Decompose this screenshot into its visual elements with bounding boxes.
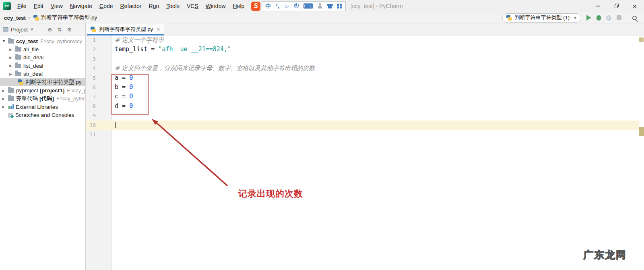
minimize-icon xyxy=(596,6,600,6)
python-file-icon xyxy=(91,27,96,32)
collapsed-arrow-icon[interactable]: ▶ xyxy=(9,72,15,76)
menu-code[interactable]: Code xyxy=(96,3,116,9)
tree-item-str-deal[interactable]: ▶ str_deal xyxy=(0,70,85,78)
tree-item-complete-code[interactable]: ▶ 完整代码 [代码] F:\ccy_python xyxy=(0,95,85,103)
menu-view[interactable]: View xyxy=(47,3,66,9)
folder-icon xyxy=(15,55,21,60)
tab-active-file[interactable]: 判断字符串字符类型.py × xyxy=(87,23,164,35)
code-line: 8d = 0 xyxy=(86,102,644,111)
restore-button[interactable] xyxy=(607,0,625,12)
menu-refactor[interactable]: Refactor xyxy=(117,3,145,9)
collapsed-arrow-icon[interactable]: ▶ xyxy=(9,64,15,68)
libraries-icon xyxy=(8,104,14,109)
project-tree: ▼ ccy_test F:\ccy_python\ccy_t ▶ all_fil… xyxy=(0,35,85,119)
emoji-icon[interactable]: ☺ xyxy=(284,3,289,9)
scratches-icon xyxy=(8,113,13,118)
menu-window[interactable]: Window xyxy=(202,3,229,9)
chinese-mode-icon[interactable]: 中 xyxy=(265,3,271,9)
main-area: Project ▼ ⊕ ⇅ ⚙ — ▼ ccy_test F:\ccy_pyth… xyxy=(0,23,644,270)
menu-navigate[interactable]: Navigate xyxy=(66,3,96,9)
tree-item-selected-file[interactable]: 判断字符串字符类型.py xyxy=(0,78,85,86)
pycharm-logo-text: PC xyxy=(4,4,9,8)
code-line: 7c = 0 xyxy=(86,92,644,101)
project-panel: Project ▼ ⊕ ⇅ ⚙ — ▼ ccy_test F:\ccy_pyth… xyxy=(0,23,86,270)
code-line: 3 xyxy=(86,54,644,64)
menu-tools[interactable]: Tools xyxy=(163,3,183,9)
expanded-arrow-icon[interactable]: ▼ xyxy=(2,39,8,43)
gear-icon[interactable]: ⚙ xyxy=(67,27,72,32)
folder-icon xyxy=(15,64,21,68)
code-line: 11 xyxy=(86,130,644,139)
collapsed-arrow-icon[interactable]: ▶ xyxy=(2,89,8,93)
restore-icon xyxy=(615,4,618,8)
ime-toolbar: S 中 °, ☺ ⌨ xyxy=(251,1,345,11)
text-cursor xyxy=(115,122,116,128)
chevron-down-icon: ▼ xyxy=(573,16,577,20)
code-line: 6b = 0 xyxy=(86,83,644,92)
navigation-bar: ccy_test › 判断字符串字符类型.py 判断字符串字符类型 (1) ▼ xyxy=(0,12,644,23)
tab-close-icon[interactable]: × xyxy=(157,26,160,33)
coverage-button[interactable] xyxy=(606,15,611,21)
tree-item-all-file[interactable]: ▶ all_file xyxy=(0,45,85,53)
title-bar: PC File Edit View Navigate Code Refactor… xyxy=(0,0,644,12)
project-panel-title[interactable]: Project xyxy=(11,27,28,33)
sogou-logo-icon[interactable]: S xyxy=(251,2,260,11)
menu-file[interactable]: File xyxy=(14,3,30,9)
run-config-select[interactable]: 判断字符串字符类型 (1) ▼ xyxy=(502,13,581,23)
run-toolbar: 判断字符串字符类型 (1) ▼ xyxy=(502,13,640,23)
tree-item-pyproject[interactable]: ▶ pyproject [project1] F:\ccy_p xyxy=(0,86,85,94)
hide-panel-icon[interactable]: — xyxy=(77,27,82,32)
folder-icon xyxy=(15,72,21,76)
collapsed-arrow-icon[interactable]: ▶ xyxy=(2,105,8,109)
menu-edit[interactable]: Edit xyxy=(30,3,47,9)
menu-help[interactable]: Help xyxy=(229,3,248,9)
ime-icon-strip: 中 °, ☺ ⌨ xyxy=(262,1,345,11)
user-mode-icon[interactable] xyxy=(318,3,322,9)
folder-icon xyxy=(8,88,14,93)
window-controls: × xyxy=(588,0,644,12)
keyboard-icon[interactable]: ⌨ xyxy=(303,3,313,10)
code-line-current: 10 xyxy=(86,120,644,130)
apps-grid-icon[interactable] xyxy=(337,4,342,8)
menu-run[interactable]: Run xyxy=(145,3,163,9)
menu-bar: File Edit View Navigate Code Refactor Ru… xyxy=(14,0,248,12)
code-line: 2temp_list = "afh ue __21==824," xyxy=(86,45,644,54)
pycharm-logo-icon: PC xyxy=(3,2,11,10)
tree-item-external-libraries[interactable]: ▶ External Libraries xyxy=(0,103,85,111)
tree-item-dic-deal[interactable]: ▶ dic_deal xyxy=(0,54,85,62)
code-line: 1# 定义一个字符串 xyxy=(86,35,644,45)
collapsed-arrow-icon[interactable]: ▶ xyxy=(9,48,15,52)
microphone-icon[interactable] xyxy=(294,3,299,9)
run-button[interactable] xyxy=(586,15,591,21)
run-config-label: 判断字符串字符类型 (1) xyxy=(515,14,570,21)
code-editor[interactable]: 1# 定义一个字符串 2temp_list = "afh ue __21==82… xyxy=(86,35,644,270)
collapsed-arrow-icon[interactable]: ▶ xyxy=(2,97,8,101)
editor-pane: 判断字符串字符类型.py × 1# 定义一个字符串 2temp_list = "… xyxy=(86,23,644,270)
punctuation-icon[interactable]: °, xyxy=(275,3,279,9)
tab-title: 判断字符串字符类型.py xyxy=(99,26,153,33)
watermark: 广东龙网 xyxy=(583,248,627,262)
code-line: 9 xyxy=(86,111,644,120)
breadcrumb-file[interactable]: 判断字符串字符类型.py xyxy=(41,14,97,21)
tree-item-list-deal[interactable]: ▶ list_deal xyxy=(0,62,85,70)
close-button[interactable]: × xyxy=(625,0,644,12)
tree-item-scratches[interactable]: Scratches and Consoles xyxy=(0,111,85,119)
skin-icon[interactable] xyxy=(328,4,332,8)
collapsed-arrow-icon[interactable]: ▶ xyxy=(9,56,15,60)
debug-button[interactable] xyxy=(597,15,601,21)
search-everywhere-button[interactable] xyxy=(632,16,637,20)
python-file-icon xyxy=(33,15,39,21)
python-file-icon xyxy=(18,79,23,85)
folder-icon xyxy=(15,47,21,52)
error-stripe-mark[interactable] xyxy=(639,37,644,42)
error-stripe-mark[interactable] xyxy=(639,127,644,136)
project-panel-icon xyxy=(3,27,8,32)
chevron-down-icon[interactable]: ▼ xyxy=(30,27,34,31)
breadcrumb-project[interactable]: ccy_test xyxy=(4,15,26,21)
locate-file-icon[interactable]: ⊕ xyxy=(48,27,52,32)
stop-button[interactable] xyxy=(617,15,621,20)
minimize-button[interactable] xyxy=(588,0,607,12)
collapse-all-icon[interactable]: ⇅ xyxy=(57,27,62,32)
menu-vcs[interactable]: VCS xyxy=(183,3,202,9)
tree-item-ccy-test[interactable]: ▼ ccy_test F:\ccy_python\ccy_t xyxy=(0,37,85,45)
